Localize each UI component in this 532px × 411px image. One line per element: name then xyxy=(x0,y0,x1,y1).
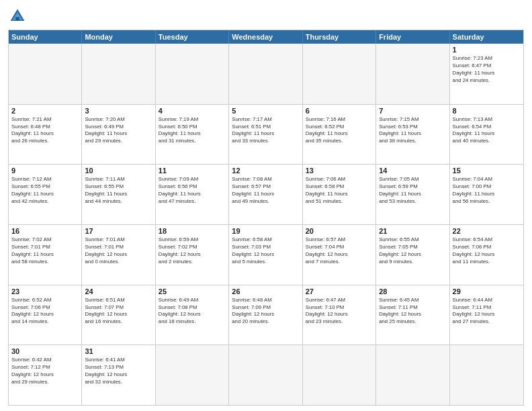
day-info: Sunrise: 7:12 AM Sunset: 6:55 PM Dayligh… xyxy=(11,176,79,205)
day-info: Sunrise: 7:01 AM Sunset: 7:01 PM Dayligh… xyxy=(85,236,152,266)
header xyxy=(8,7,524,26)
calendar-cell xyxy=(303,44,376,104)
day-info: Sunrise: 7:20 AM Sunset: 6:49 PM Dayligh… xyxy=(85,116,152,146)
calendar-cell xyxy=(450,345,523,405)
calendar-cell xyxy=(229,44,302,104)
day-info: Sunrise: 6:59 AM Sunset: 7:02 PM Dayligh… xyxy=(159,236,226,266)
calendar-cell: 10Sunrise: 7:11 AM Sunset: 6:55 PM Dayli… xyxy=(82,165,155,224)
day-number: 10 xyxy=(85,167,152,175)
day-number: 5 xyxy=(232,107,299,115)
calendar-cell: 18Sunrise: 6:59 AM Sunset: 7:02 PM Dayli… xyxy=(156,225,229,285)
day-number: 8 xyxy=(453,107,521,115)
day-info: Sunrise: 7:13 AM Sunset: 6:54 PM Dayligh… xyxy=(453,116,521,146)
day-info: Sunrise: 7:16 AM Sunset: 6:52 PM Dayligh… xyxy=(306,116,373,146)
day-number: 27 xyxy=(306,287,373,295)
calendar-cell: 4Sunrise: 7:19 AM Sunset: 6:50 PM Daylig… xyxy=(156,105,229,165)
day-info: Sunrise: 6:48 AM Sunset: 7:09 PM Dayligh… xyxy=(232,297,299,326)
calendar-row-4: 23Sunrise: 6:52 AM Sunset: 7:06 PM Dayli… xyxy=(9,285,523,345)
calendar-cell: 15Sunrise: 7:04 AM Sunset: 7:00 PM Dayli… xyxy=(450,165,523,224)
day-number: 4 xyxy=(159,107,226,115)
day-info: Sunrise: 7:11 AM Sunset: 6:55 PM Dayligh… xyxy=(85,176,152,205)
day-info: Sunrise: 7:02 AM Sunset: 7:01 PM Dayligh… xyxy=(11,236,79,266)
calendar-cell: 25Sunrise: 6:49 AM Sunset: 7:08 PM Dayli… xyxy=(156,285,229,345)
day-number: 18 xyxy=(159,227,226,235)
calendar-cell: 6Sunrise: 7:16 AM Sunset: 6:52 PM Daylig… xyxy=(303,105,376,165)
calendar-cell: 31Sunrise: 6:41 AM Sunset: 7:13 PM Dayli… xyxy=(82,345,155,405)
calendar-row-2: 9Sunrise: 7:12 AM Sunset: 6:55 PM Daylig… xyxy=(9,164,523,224)
day-number: 31 xyxy=(85,347,152,355)
day-number: 21 xyxy=(379,227,446,235)
calendar-cell: 19Sunrise: 6:58 AM Sunset: 7:03 PM Dayli… xyxy=(229,225,302,285)
weekday-header-thursday: Thursday xyxy=(303,30,376,44)
day-info: Sunrise: 7:08 AM Sunset: 6:57 PM Dayligh… xyxy=(232,176,299,205)
day-info: Sunrise: 6:54 AM Sunset: 7:06 PM Dayligh… xyxy=(453,236,521,266)
calendar-row-0: 1Sunrise: 7:23 AM Sunset: 6:47 PM Daylig… xyxy=(9,44,523,104)
day-info: Sunrise: 7:19 AM Sunset: 6:50 PM Dayligh… xyxy=(159,116,226,146)
calendar-cell: 16Sunrise: 7:02 AM Sunset: 7:01 PM Dayli… xyxy=(9,225,82,285)
calendar-cell: 3Sunrise: 7:20 AM Sunset: 6:49 PM Daylig… xyxy=(82,105,155,165)
calendar-header: SundayMondayTuesdayWednesdayThursdayFrid… xyxy=(9,30,523,44)
day-number: 14 xyxy=(379,167,446,175)
weekday-header-monday: Monday xyxy=(82,30,155,44)
day-info: Sunrise: 7:15 AM Sunset: 6:53 PM Dayligh… xyxy=(379,116,446,146)
day-number: 9 xyxy=(11,167,79,175)
calendar-cell: 22Sunrise: 6:54 AM Sunset: 7:06 PM Dayli… xyxy=(450,225,523,285)
day-number: 7 xyxy=(379,107,446,115)
day-number: 30 xyxy=(11,347,79,355)
calendar-cell: 21Sunrise: 6:55 AM Sunset: 7:05 PM Dayli… xyxy=(376,225,449,285)
day-number: 26 xyxy=(232,287,299,295)
day-info: Sunrise: 7:23 AM Sunset: 6:47 PM Dayligh… xyxy=(453,55,521,85)
calendar-cell: 27Sunrise: 6:47 AM Sunset: 7:10 PM Dayli… xyxy=(303,285,376,345)
day-number: 22 xyxy=(453,227,521,235)
calendar-cell: 23Sunrise: 6:52 AM Sunset: 7:06 PM Dayli… xyxy=(9,285,82,345)
generalblue-logo-icon xyxy=(8,7,27,26)
day-number: 20 xyxy=(306,227,373,235)
day-number: 15 xyxy=(453,167,521,175)
day-number: 29 xyxy=(453,287,521,295)
calendar-cell xyxy=(82,44,155,104)
calendar-cell xyxy=(156,44,229,104)
calendar-cell: 30Sunrise: 6:42 AM Sunset: 7:12 PM Dayli… xyxy=(9,345,82,405)
day-info: Sunrise: 6:42 AM Sunset: 7:12 PM Dayligh… xyxy=(11,357,79,386)
day-info: Sunrise: 6:58 AM Sunset: 7:03 PM Dayligh… xyxy=(232,236,299,266)
calendar-cell xyxy=(156,345,229,405)
calendar-row-3: 16Sunrise: 7:02 AM Sunset: 7:01 PM Dayli… xyxy=(9,224,523,285)
day-number: 3 xyxy=(85,107,152,115)
day-number: 2 xyxy=(11,107,79,115)
calendar-cell: 20Sunrise: 6:57 AM Sunset: 7:04 PM Dayli… xyxy=(303,225,376,285)
day-info: Sunrise: 7:04 AM Sunset: 7:00 PM Dayligh… xyxy=(453,176,521,205)
calendar-body: 1Sunrise: 7:23 AM Sunset: 6:47 PM Daylig… xyxy=(9,44,523,405)
day-info: Sunrise: 6:57 AM Sunset: 7:04 PM Dayligh… xyxy=(306,236,373,266)
day-number: 16 xyxy=(11,227,79,235)
day-info: Sunrise: 7:09 AM Sunset: 6:56 PM Dayligh… xyxy=(159,176,226,205)
day-info: Sunrise: 6:52 AM Sunset: 7:06 PM Dayligh… xyxy=(11,297,79,326)
calendar-row-5: 30Sunrise: 6:42 AM Sunset: 7:12 PM Dayli… xyxy=(9,345,523,405)
day-info: Sunrise: 7:06 AM Sunset: 6:58 PM Dayligh… xyxy=(306,176,373,205)
calendar-cell xyxy=(303,345,376,405)
weekday-header-wednesday: Wednesday xyxy=(229,30,302,44)
calendar-cell: 5Sunrise: 7:17 AM Sunset: 6:51 PM Daylig… xyxy=(229,105,302,165)
day-number: 17 xyxy=(85,227,152,235)
logo xyxy=(8,7,30,26)
calendar: SundayMondayTuesdayWednesdayThursdayFrid… xyxy=(8,30,524,406)
calendar-cell xyxy=(376,44,449,104)
calendar-cell: 26Sunrise: 6:48 AM Sunset: 7:09 PM Dayli… xyxy=(229,285,302,345)
day-info: Sunrise: 6:47 AM Sunset: 7:10 PM Dayligh… xyxy=(306,297,373,326)
calendar-row-1: 2Sunrise: 7:21 AM Sunset: 6:48 PM Daylig… xyxy=(9,104,523,165)
calendar-cell: 2Sunrise: 7:21 AM Sunset: 6:48 PM Daylig… xyxy=(9,105,82,165)
day-info: Sunrise: 7:17 AM Sunset: 6:51 PM Dayligh… xyxy=(232,116,299,146)
day-info: Sunrise: 7:05 AM Sunset: 6:59 PM Dayligh… xyxy=(379,176,446,205)
page: SundayMondayTuesdayWednesdayThursdayFrid… xyxy=(0,0,532,411)
calendar-cell: 24Sunrise: 6:51 AM Sunset: 7:07 PM Dayli… xyxy=(82,285,155,345)
calendar-cell: 29Sunrise: 6:44 AM Sunset: 7:11 PM Dayli… xyxy=(450,285,523,345)
weekday-header-saturday: Saturday xyxy=(450,30,523,44)
calendar-cell xyxy=(9,44,82,104)
calendar-cell: 14Sunrise: 7:05 AM Sunset: 6:59 PM Dayli… xyxy=(376,165,449,224)
day-info: Sunrise: 6:49 AM Sunset: 7:08 PM Dayligh… xyxy=(159,297,226,326)
calendar-cell: 8Sunrise: 7:13 AM Sunset: 6:54 PM Daylig… xyxy=(450,105,523,165)
weekday-header-friday: Friday xyxy=(376,30,449,44)
calendar-cell: 17Sunrise: 7:01 AM Sunset: 7:01 PM Dayli… xyxy=(82,225,155,285)
day-number: 12 xyxy=(232,167,299,175)
calendar-cell: 11Sunrise: 7:09 AM Sunset: 6:56 PM Dayli… xyxy=(156,165,229,224)
day-number: 6 xyxy=(306,107,373,115)
